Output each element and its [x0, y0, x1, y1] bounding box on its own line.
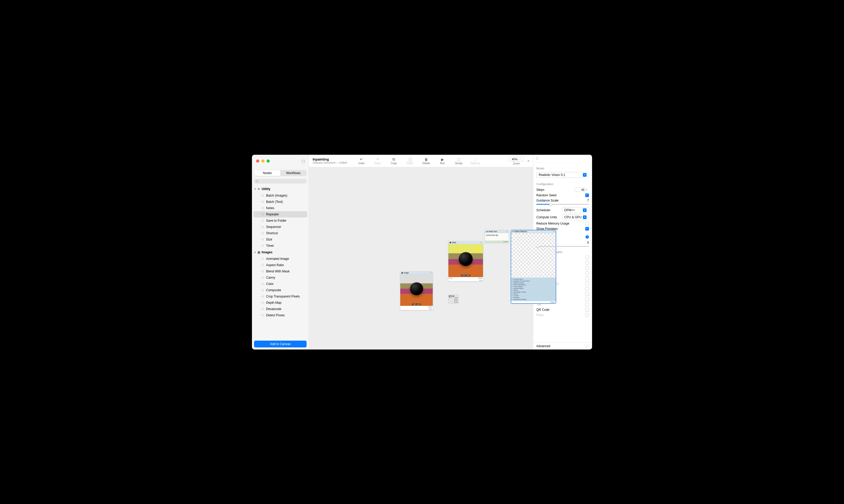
svg-point-42 [261, 245, 262, 246]
canvas[interactable]: ▣Image✕ 608 x 608 Image Size ▣ Image Inp… [309, 167, 533, 349]
random-seed-checkbox[interactable] [585, 194, 589, 197]
chevron-down-icon: ⌄ [584, 344, 589, 348]
redo-icon: ↷ [376, 157, 379, 162]
delete-button[interactable]: 🗑Delete [421, 157, 431, 165]
sidebar-item-sequencer[interactable]: Sequencer [254, 224, 307, 230]
svg-line-81 [262, 296, 263, 297]
sd-port[interactable]: Starting Image [512, 282, 555, 284]
tab-workflows[interactable]: Workflows [280, 170, 307, 176]
zoom-control[interactable]: 45%⌄ Zoom [509, 157, 524, 165]
show-previews-checkbox[interactable] [585, 227, 589, 231]
checkbox[interactable] [585, 261, 589, 265]
sd-port[interactable]: Line Art [512, 295, 555, 297]
guidance-slider[interactable] [536, 204, 589, 205]
sidebar-segmented-control[interactable]: Nodes Workflows [254, 170, 307, 176]
sidebar-item-notes[interactable]: Notes [254, 205, 307, 211]
minimize-window-button[interactable] [261, 160, 264, 163]
checkbox[interactable] [585, 276, 589, 280]
tab-nodes[interactable]: Nodes [254, 170, 280, 176]
reduce-memory-checkbox[interactable] [585, 222, 589, 225]
canvas-node-image-small[interactable]: ▣ Image InputOutputOutputOutputOutput [448, 294, 459, 304]
checkbox[interactable] [585, 256, 589, 259]
checkbox[interactable] [585, 266, 589, 270]
chevron-down-icon: ▾ [255, 251, 256, 254]
canvas-node-plain-text[interactable]: AᴀPlain Text✕ sunny blue sky Output [485, 230, 509, 243]
sidebar-item-animated-image[interactable]: Animated Image [254, 256, 307, 262]
sidebar-item-composite[interactable]: Composite [254, 287, 307, 293]
close-icon[interactable]: ✕ [480, 241, 482, 244]
sidebar-item-timer[interactable]: Timer [254, 242, 307, 249]
sidebar-toggle-icon[interactable]: ▢ [302, 159, 305, 163]
group-utility-header[interactable]: ▾ ✕ Utility [254, 185, 307, 193]
sidebar-item-desaturate[interactable]: Desaturate [254, 306, 307, 312]
close-icon[interactable]: ✕ [430, 272, 432, 274]
paste-icon: 📋 [408, 157, 412, 162]
node-library[interactable]: ▾ ✕ Utility Batch (Images)Batch (Text)No… [252, 184, 309, 339]
close-window-button[interactable] [256, 160, 259, 163]
info-icon[interactable]: i [586, 235, 589, 239]
add-to-canvas-button[interactable]: Add to Canvas [254, 341, 307, 347]
plain-text-content[interactable]: sunny blue sky [485, 233, 509, 240]
sidebar-item-size[interactable]: Size [254, 236, 307, 242]
checkbox[interactable] [585, 271, 589, 275]
paste-button[interactable]: 📋Paste [405, 157, 415, 165]
model-select[interactable]: Realistic Vision 5.1⇅ [536, 172, 589, 178]
steps-stepper[interactable]: ▴▾ [586, 188, 589, 191]
compute-select[interactable]: CPU & GPU⇅ [562, 214, 589, 220]
ungroup-button[interactable]: ⬚Ungroup [470, 157, 480, 165]
copy-button[interactable]: ⧉Copy [389, 157, 399, 165]
sd-port[interactable]: Soft-Edge Undine [512, 291, 555, 293]
sidebar-item-canny[interactable]: Canny [254, 274, 307, 281]
sidebar-item-save-to-folder[interactable]: Save to Folder [254, 217, 307, 224]
sidebar-item-shortcut[interactable]: Shortcut [254, 230, 307, 236]
sd-port[interactable]: Mask (Inpainting) [512, 284, 555, 286]
sd-port[interactable]: Inpainting (Shape) [512, 299, 555, 300]
steps-input[interactable]: 45 [574, 188, 586, 192]
checkbox[interactable] [585, 298, 589, 301]
sidebar-item-blend-with-mask[interactable]: Blend With Mask [254, 268, 307, 274]
scheduler-select[interactable]: DPM++⇅ [562, 207, 589, 213]
canvas-node-stable-diffusion[interactable]: ✦Stable Diffusion✕ Prompt (Text)Negative… [511, 230, 556, 304]
checkbox[interactable] [585, 313, 589, 317]
redo-button[interactable]: ↷Redo [373, 157, 382, 165]
sidebar-item-detect-poses[interactable]: Detect Poses [254, 312, 307, 319]
undo-button[interactable]: ↶Undo [356, 157, 366, 165]
trash-icon: 🗑 [424, 157, 428, 162]
sidebar-item-crop-transparent-pixels[interactable]: Crop Transparent Pixels [254, 293, 307, 300]
influence-slider[interactable] [536, 246, 589, 247]
inspector-toggle-icon[interactable]: ▢ [533, 155, 592, 163]
sidebar-item-aspect-ratio[interactable]: Aspect Ratio [254, 262, 307, 268]
checkbox[interactable] [585, 303, 589, 306]
checkbox[interactable] [585, 282, 589, 286]
advanced-toggle[interactable]: Advanced⌄ [533, 342, 592, 349]
search-field[interactable] [254, 179, 307, 183]
toolbar-overflow-icon[interactable]: » [528, 159, 529, 163]
group-images-header[interactable]: ▾ ▣ Images [254, 249, 307, 256]
sd-port[interactable]: MLSD [512, 289, 555, 291]
sidebar-item-batch-images-[interactable]: Batch (Images) [254, 193, 307, 199]
sidebar-item-color[interactable]: Color [254, 281, 307, 287]
run-button[interactable]: ▶Run [437, 157, 447, 165]
checkbox[interactable] [585, 287, 589, 291]
sd-port[interactable]: Negative Prompt (Text) [512, 280, 555, 282]
close-icon[interactable]: ✕ [506, 231, 507, 233]
sd-port[interactable]: Holistic Edges [512, 288, 555, 289]
sd-port[interactable]: Canny Edges [512, 286, 555, 288]
svg-point-73 [263, 289, 264, 290]
sd-port[interactable]: Scribble [512, 297, 555, 299]
zoom-window-button[interactable] [266, 160, 270, 163]
sidebar-item-depth-map[interactable]: Depth Map [254, 300, 307, 306]
close-icon[interactable]: ✕ [553, 231, 555, 233]
sidebar-item-repeater[interactable]: Repeater [254, 211, 307, 217]
svg-point-84 [263, 303, 264, 304]
sd-port[interactable]: Depth [512, 293, 555, 295]
checkbox[interactable] [585, 308, 589, 311]
app-window: ▢ Nodes Workflows ▾ ✕ Utility Batch (Ima… [252, 155, 592, 349]
svg-point-67 [261, 283, 262, 284]
canvas-node-mask[interactable]: ▣Mask✕ 608 x 608 InputMask Size [448, 241, 483, 282]
sd-port[interactable]: Prompt (Text) [512, 278, 555, 280]
canvas-node-image[interactable]: ▣Image✕ 608 x 608 Image Size [400, 271, 433, 310]
sidebar-item-batch-text-[interactable]: Batch (Text) [254, 199, 307, 205]
checkbox[interactable] [585, 292, 589, 296]
group-button[interactable]: ⬚Group [454, 157, 464, 165]
